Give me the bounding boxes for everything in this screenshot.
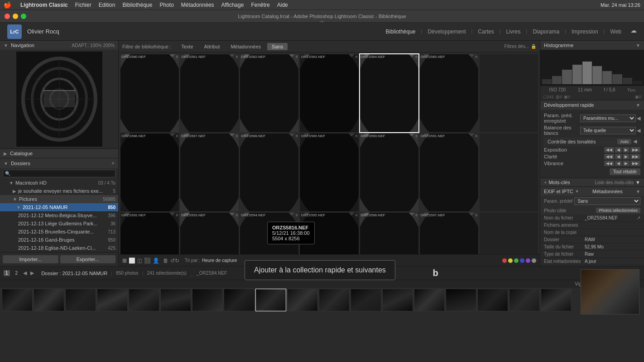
color-dot-red[interactable] (502, 258, 507, 263)
clarte-btn-4[interactable]: ▶▶ (630, 154, 640, 159)
film-thumbnail[interactable] (129, 289, 159, 311)
sort-value[interactable]: Heure de capture (202, 258, 237, 263)
menu-photo[interactable]: Photo (159, 2, 173, 8)
expo-btn-2[interactable]: ◀ (615, 147, 622, 152)
film-thumbnail[interactable] (255, 289, 286, 311)
folders-search-input[interactable] (3, 170, 115, 177)
trash-icon[interactable]: 🗑 (163, 257, 168, 264)
table-row[interactable]: ORZS594.NEF 6 (240, 213, 298, 254)
table-row[interactable]: ORZS587.NEF 6 (180, 133, 239, 211)
develop-panel-header[interactable]: Développement rapide ▼ (540, 100, 644, 110)
nav-prev-icon[interactable]: ◀ (23, 270, 27, 276)
film-thumbnail[interactable] (382, 289, 413, 311)
nom-fichier-edit[interactable]: ↗ (637, 215, 640, 220)
table-row[interactable]: ORZS589.NEF 6 (300, 133, 358, 211)
table-row[interactable]: ORZS593.NEF 6 (180, 213, 239, 254)
table-row[interactable]: ORZS583.NEF 6 (300, 54, 358, 132)
list-item[interactable]: 2021-12-18 Eglise-ND-Laeken-Ci... 425 (0, 244, 118, 252)
film-thumbnail[interactable] (287, 289, 318, 311)
table-row[interactable]: ORZS584.NEF 6 (360, 54, 418, 132)
compare-view-icon[interactable]: ◫ (137, 257, 142, 264)
table-row[interactable]: ORZS588.NEF 6 (240, 133, 298, 211)
table-row[interactable]: ORZS591.NEF 6 (420, 133, 478, 211)
rotate-icons[interactable]: ↺↻ (170, 257, 179, 264)
mots-cles-header[interactable]: + Mots-clés Liste des mots-clés ▼ (540, 178, 644, 186)
menu-affichage[interactable]: Affichage (221, 2, 244, 8)
people-view-icon[interactable]: 👤 (153, 257, 159, 264)
film-thumbnail[interactable] (446, 289, 476, 311)
tout-retablir-button[interactable]: Tout rétablir (610, 168, 640, 175)
survey-view-icon[interactable]: ⬛ (144, 257, 151, 264)
folders-add-icon[interactable]: + (111, 160, 115, 167)
histogram-panel-header[interactable]: Histogramme ▼ (540, 41, 644, 50)
folders-panel-header[interactable]: ▼ Dossiers + (0, 158, 118, 168)
table-row[interactable]: ORZS595.NEF 6 (300, 213, 358, 254)
page-2[interactable]: 2 (14, 270, 20, 276)
list-item[interactable]: ▶ je souhaite envoyer mes fichiers exe..… (0, 187, 118, 195)
module-web[interactable]: Web (605, 27, 627, 37)
vibrance-btn-3[interactable]: ▶ (623, 161, 630, 166)
exif-select[interactable]: ▼ (575, 189, 579, 194)
vibrance-btn-4[interactable]: ▶▶ (630, 161, 640, 166)
module-bibliotheque[interactable]: Bibliothèque (380, 27, 421, 37)
table-row[interactable]: ORZS586.NEF 6 (120, 133, 179, 211)
film-thumbnail[interactable] (34, 289, 64, 311)
vibrance-btn-2[interactable]: ◀ (615, 161, 622, 166)
list-item[interactable]: 2021-12-13 Liège Guillemins Park... 36 (0, 219, 118, 228)
menu-aide[interactable]: Aide (277, 2, 288, 8)
film-thumbnail[interactable] (319, 289, 350, 311)
list-item[interactable]: ▼ 2021-12-05 NAMUR 850 (0, 203, 118, 211)
balance-select[interactable]: Telle quelle (580, 127, 636, 134)
color-dot-yellow[interactable] (508, 258, 513, 263)
table-row[interactable]: ORZS585.NEF 6 (420, 54, 478, 132)
filter-tab-metadonnees[interactable]: Métadonnées (226, 43, 265, 50)
export-button[interactable]: Exporter... (60, 255, 116, 263)
photo-cible-btn[interactable]: Photos sélectionnées (596, 208, 640, 213)
list-item[interactable]: 2021-12-16 Gand-Bruges 950 (0, 236, 118, 244)
film-thumbnail[interactable] (509, 289, 540, 311)
module-developpement[interactable]: Développement (422, 27, 471, 37)
menu-edition[interactable]: Edition (99, 2, 115, 8)
table-row[interactable]: ORZS590.NEF 6 (360, 133, 418, 211)
color-dot-gray[interactable] (532, 258, 536, 263)
filter-tab-texte[interactable]: Texte (177, 43, 197, 50)
film-thumbnail[interactable] (224, 289, 255, 311)
table-row[interactable]: ORZS580.NEF 6 (120, 54, 179, 132)
color-dot-blue[interactable] (520, 258, 524, 263)
minimize-button[interactable] (13, 14, 18, 19)
menu-fichier[interactable]: Fichier (75, 2, 91, 8)
module-cartes[interactable]: Cartes (472, 27, 499, 37)
param-pred-select[interactable]: Paramètres mu... (580, 114, 636, 122)
apple-menu[interactable]: 🍎 (4, 1, 11, 9)
module-diaporama[interactable]: Diaporama (527, 27, 565, 37)
auto-button[interactable]: Auto (617, 139, 631, 144)
film-thumbnail[interactable] (160, 289, 191, 311)
expo-btn-1[interactable]: ◀◀ (604, 147, 614, 152)
film-thumbnail[interactable] (414, 289, 445, 311)
nav-panel-header[interactable]: ▼ Navigation ADAPT.: 100% 200% (0, 41, 118, 50)
table-row[interactable]: ORZS592.NEF 6 (120, 213, 179, 254)
color-dot-purple[interactable] (526, 258, 530, 263)
table-row[interactable]: ORZS597.NEF 6 (420, 213, 478, 254)
expo-btn-4[interactable]: ▶▶ (630, 147, 640, 152)
table-row[interactable]: ORZS596.NEF 6 (360, 213, 418, 254)
module-impression[interactable]: Impression (566, 27, 604, 37)
catalog-panel-header[interactable]: ▶ Catalogue (0, 149, 118, 158)
clarte-btn-3[interactable]: ▶ (623, 154, 630, 159)
film-thumbnail[interactable] (97, 289, 128, 311)
filter-tab-sans[interactable]: Sans (267, 43, 288, 50)
film-thumbnail[interactable] (351, 289, 381, 311)
film-thumbnail[interactable] (2, 289, 33, 311)
grid-view-icon[interactable]: ⊞ (122, 257, 127, 264)
metadata-panel-header[interactable]: EXIF et IPTC ▼ Métadonnées ▼ (540, 187, 644, 196)
app-name[interactable]: Lightroom Classic (20, 2, 68, 8)
module-livres[interactable]: Livres (501, 27, 526, 37)
film-thumbnail[interactable] (541, 289, 572, 311)
loupe-view-icon[interactable]: ⬜ (129, 257, 135, 264)
list-item[interactable]: 2021-12-15 Bruxelles-Cinquante... 713 (0, 228, 118, 236)
table-row[interactable]: ORZS581.NEF 6 (180, 54, 239, 132)
film-thumbnail[interactable] (477, 289, 508, 311)
film-thumbnail[interactable] (192, 289, 223, 311)
vibrance-btn-1[interactable]: ◀◀ (604, 161, 614, 166)
folder-macintosh-hd[interactable]: ▼ Macintosh HD 03 / 4 To (0, 179, 118, 187)
